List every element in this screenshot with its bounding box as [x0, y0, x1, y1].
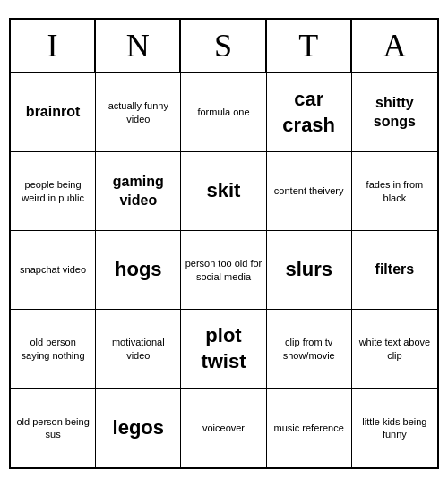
header-letter: S	[181, 20, 266, 72]
cell-text: snapchat video	[20, 263, 86, 276]
cell-text: fades in from black	[356, 178, 434, 204]
bingo-cell[interactable]: gaming video	[96, 152, 181, 231]
bingo-cell[interactable]: shitty songs	[352, 73, 437, 152]
header-letter: I	[11, 20, 96, 72]
bingo-cell[interactable]: plot twist	[181, 310, 266, 389]
bingo-cell[interactable]: people being weird in public	[11, 152, 96, 231]
bingo-grid: brainrotactually funny videoformula onec…	[11, 73, 437, 467]
bingo-cell[interactable]: snapchat video	[11, 231, 96, 310]
cell-text: legos	[113, 415, 164, 441]
bingo-cell[interactable]: fades in from black	[352, 152, 437, 231]
bingo-cell[interactable]: white text above clip	[352, 310, 437, 389]
cell-text: old person being sus	[14, 415, 91, 441]
bingo-cell[interactable]: brainrot	[11, 73, 96, 152]
header-letter: T	[267, 20, 352, 72]
bingo-cell[interactable]: slurs	[267, 231, 352, 310]
cell-text: person too old for social media	[185, 257, 262, 283]
bingo-cell[interactable]: motivational video	[96, 310, 181, 389]
bingo-cell[interactable]: formula one	[181, 73, 266, 152]
bingo-cell[interactable]: filters	[352, 231, 437, 310]
cell-text: motivational video	[99, 336, 177, 362]
cell-text: clip from tv show/movie	[271, 336, 348, 362]
bingo-cell[interactable]: voiceover	[181, 389, 266, 467]
bingo-cell[interactable]: content theivery	[267, 152, 352, 231]
bingo-card: INSTA brainrotactually funny videoformul…	[9, 18, 439, 469]
cell-text: voiceover	[202, 422, 245, 434]
cell-text: car crash	[271, 87, 348, 138]
cell-text: little kids being funny	[356, 415, 434, 441]
bingo-cell[interactable]: music reference	[267, 389, 352, 467]
cell-text: brainrot	[26, 103, 80, 122]
cell-text: white text above clip	[356, 336, 434, 362]
bingo-cell[interactable]: legos	[96, 389, 181, 467]
header-letter: A	[352, 20, 437, 72]
bingo-cell[interactable]: old person saying nothing	[11, 310, 96, 389]
cell-text: formula one	[197, 106, 249, 118]
cell-text: shitty songs	[356, 94, 434, 132]
bingo-cell[interactable]: old person being sus	[11, 389, 96, 467]
cell-text: people being weird in public	[14, 178, 91, 204]
bingo-cell[interactable]: hogs	[96, 231, 181, 310]
cell-text: music reference	[274, 422, 344, 434]
cell-text: gaming video	[99, 173, 177, 210]
header-letter: N	[96, 20, 181, 72]
bingo-cell[interactable]: skit	[181, 152, 266, 231]
cell-text: actually funny video	[99, 99, 177, 125]
cell-text: skit	[207, 178, 241, 204]
cell-text: hogs	[115, 257, 162, 283]
cell-text: slurs	[285, 257, 332, 283]
bingo-cell[interactable]: person too old for social media	[181, 231, 266, 310]
cell-text: filters	[375, 261, 415, 279]
bingo-cell[interactable]: actually funny video	[96, 73, 181, 152]
cell-text: old person saying nothing	[14, 336, 91, 362]
cell-text: plot twist	[185, 323, 262, 374]
bingo-cell[interactable]: car crash	[267, 73, 352, 152]
bingo-header: INSTA	[11, 20, 437, 73]
cell-text: content theivery	[274, 184, 344, 197]
bingo-cell[interactable]: little kids being funny	[352, 389, 437, 467]
bingo-cell[interactable]: clip from tv show/movie	[267, 310, 352, 389]
